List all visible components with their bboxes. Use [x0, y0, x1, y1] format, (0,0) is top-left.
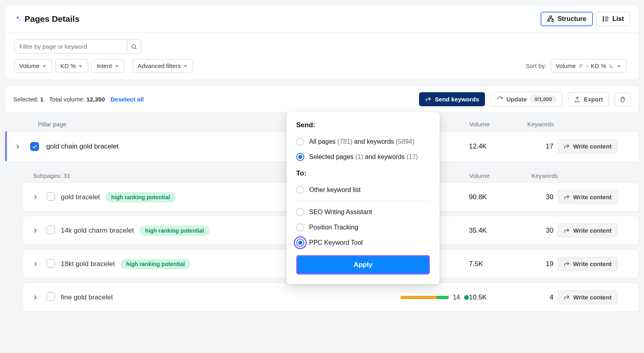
view-list-button[interactable]: List: [596, 12, 630, 26]
kd-cell: 14: [380, 294, 469, 301]
share-icon: [425, 96, 431, 103]
subpage-keywords: 4: [513, 293, 557, 301]
sort-desc-icon: [578, 64, 584, 68]
filter-volume[interactable]: Volume: [14, 59, 52, 72]
write-content-button[interactable]: Write content: [557, 223, 618, 237]
search-button[interactable]: [127, 39, 141, 54]
chevron-down-icon: [78, 64, 83, 68]
row-checkbox[interactable]: [46, 292, 55, 301]
filter-kd[interactable]: KD %: [55, 59, 88, 72]
send-keywords-popover: Send: All pages (781) and keywords (5894…: [287, 112, 440, 284]
row-checkbox[interactable]: [46, 192, 55, 201]
deselect-all-link[interactable]: Deselect all: [111, 96, 144, 103]
row-checkbox[interactable]: [46, 259, 55, 268]
share-icon: [564, 143, 570, 150]
potential-tag: high ranking potential: [120, 259, 190, 269]
list-icon: [602, 15, 609, 23]
subpage-volume: 90.8K: [469, 193, 513, 201]
share-icon: [564, 227, 570, 234]
total-volume-label: Total volume: 12,350: [49, 96, 105, 103]
expand-icon[interactable]: [32, 194, 39, 201]
export-button[interactable]: Export: [568, 92, 609, 106]
svg-rect-1: [548, 20, 550, 21]
send-heading: Send:: [296, 121, 430, 129]
row-checkbox[interactable]: [46, 225, 55, 234]
subpage-keywords: 30: [513, 227, 557, 235]
share-icon: [564, 261, 570, 267]
write-content-button[interactable]: Write content: [557, 190, 618, 204]
filter-advanced[interactable]: Advanced filters: [132, 59, 193, 72]
potential-tag: high ranking potential: [139, 225, 209, 236]
update-badge: 0/1,000: [530, 95, 556, 103]
filter-intent[interactable]: Intent: [91, 59, 124, 72]
expand-icon[interactable]: [32, 294, 39, 301]
col-volume: Volume: [469, 121, 514, 128]
to-heading: To:: [296, 169, 430, 178]
filter-input[interactable]: [14, 39, 127, 54]
pillar-volume: 12.4K: [469, 142, 513, 151]
subpage-volume: 7.5K: [469, 260, 513, 268]
delete-button[interactable]: [615, 93, 631, 106]
write-content-button[interactable]: Write content: [557, 290, 618, 304]
send-option-selected[interactable]: Selected pages (1) and keywords (17): [296, 149, 430, 165]
chevron-down-icon: [183, 64, 188, 68]
kd-dot-icon: [464, 295, 469, 300]
svg-point-9: [132, 44, 136, 48]
to-option-pt[interactable]: Position Tracking: [296, 220, 430, 235]
export-icon: [574, 96, 580, 103]
selection-bar: Selected: 1 Total volume: 12,350 Deselec…: [5, 86, 639, 113]
refresh-icon: [497, 96, 503, 103]
svg-point-3: [603, 17, 603, 17]
sortby-label: Sort by:: [526, 62, 547, 69]
expand-icon[interactable]: [32, 260, 39, 268]
to-option-ppc[interactable]: PPC Keyword Tool: [296, 235, 430, 250]
write-content-button[interactable]: Write content: [557, 139, 618, 153]
expand-icon[interactable]: [32, 227, 39, 234]
selected-label: Selected: 1: [13, 96, 43, 103]
subpage-title: fine gold bracelet: [61, 293, 380, 301]
page-title: Pages Details: [25, 14, 541, 24]
send-keywords-button[interactable]: Send keywords: [419, 92, 485, 106]
structure-icon: [547, 15, 554, 23]
chevron-down-icon: [114, 64, 119, 68]
sort-asc-icon: [609, 64, 614, 68]
to-option-swa[interactable]: SEO Writing Assistant: [296, 204, 430, 220]
chevron-down-icon: [617, 64, 621, 68]
svg-rect-0: [550, 16, 552, 18]
send-option-all[interactable]: All pages (781) and keywords (5894): [296, 134, 430, 149]
view-structure-button[interactable]: Structure: [541, 12, 592, 26]
to-option-other[interactable]: Other keyword list: [296, 182, 430, 198]
share-icon: [564, 194, 570, 200]
chevron-down-icon: [42, 64, 47, 68]
update-button[interactable]: Update 0/1,000: [491, 92, 562, 107]
share-icon: [564, 294, 570, 301]
pillar-keywords: 17: [513, 142, 557, 151]
svg-rect-2: [552, 20, 554, 21]
apply-button[interactable]: Apply: [297, 256, 429, 273]
potential-tag: high ranking potential: [105, 192, 175, 202]
trash-icon: [619, 96, 626, 103]
row-checkbox[interactable]: [30, 142, 39, 151]
subpage-keywords: 19: [513, 260, 557, 268]
svg-point-4: [603, 19, 603, 19]
subpage-keywords: 30: [513, 193, 557, 201]
search-icon: [131, 43, 137, 50]
expand-icon[interactable]: [14, 143, 21, 150]
svg-point-5: [603, 20, 603, 21]
col-keywords: Keywords: [514, 121, 558, 128]
sparkle-icon: [14, 15, 21, 23]
subpage-volume: 10.5K: [469, 293, 513, 301]
subpage-volume: 35.4K: [469, 227, 513, 235]
svg-line-10: [135, 48, 136, 49]
subpage-row: fine gold bracelet 14 10.5K 4 Write cont…: [23, 283, 639, 312]
write-content-button[interactable]: Write content: [557, 257, 618, 271]
sort-button[interactable]: Volume - KD %: [551, 59, 627, 72]
